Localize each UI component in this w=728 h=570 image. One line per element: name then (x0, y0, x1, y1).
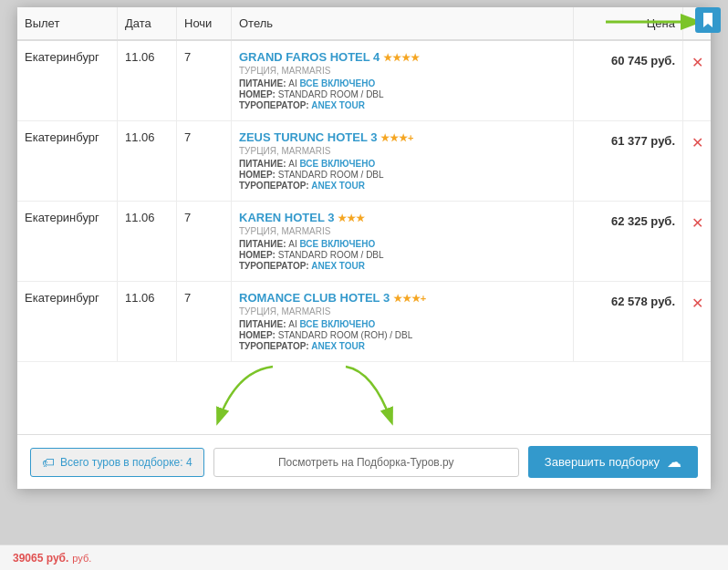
cloud-icon: ☁ (667, 453, 681, 471)
hotel-номер-1: НОМЕР: STANDARD ROOM / DBL (239, 170, 566, 180)
hotel-туроператор-3: ТУРОПЕРАТОР: ANEX TOUR (239, 341, 566, 351)
view-on-site-button[interactable]: Посмотреть на Подборка-Туров.ру (213, 448, 519, 477)
cell-otel-1: ZEUS TURUNC HOTEL 3 ★★★+ ТУРЦИЯ, MARMARI… (232, 121, 574, 201)
cell-vilet-1: Екатеринбург (17, 121, 118, 201)
cell-nochi-3: 7 (177, 282, 232, 361)
hotel-номер-2: НОМЕР: STANDARD ROOM / DBL (239, 250, 566, 260)
total-tours-button[interactable]: 🏷 Всего туров в подборке: 4 (30, 448, 204, 477)
hotel-номер-0: НОМЕР: STANDARD ROOM / DBL (239, 89, 566, 99)
table-row: Екатеринбург 11.06 7 ZEUS TURUNC HOTEL 3… (17, 121, 711, 202)
col-header-nochi: Ночи (177, 7, 232, 39)
total-tours-label: Всего туров в подборке: 4 (60, 456, 192, 469)
cell-delete-2[interactable]: ✕ (683, 202, 711, 281)
cell-vilet-3: Екатеринбург (17, 282, 118, 361)
cell-data-2: 11.06 (118, 202, 177, 281)
col-header-cena: Цена (574, 7, 683, 39)
hotel-name-3[interactable]: ROMANCE CLUB HOTEL 3 ★★★+ (239, 291, 566, 305)
cell-data-1: 11.06 (118, 121, 177, 201)
delete-button-1[interactable]: ✕ (692, 134, 703, 151)
cell-nochi-1: 7 (177, 121, 232, 201)
hotel-питание-1: ПИТАНИЕ: AI ВСЕ ВКЛЮЧЕНО (239, 159, 566, 169)
arrow-section (17, 361, 711, 434)
delete-button-3[interactable]: ✕ (692, 295, 703, 312)
hotel-питание-0: ПИТАНИЕ: AI ВСЕ ВКЛЮЧЕНО (239, 78, 566, 88)
col-header-data: Дата (118, 7, 177, 39)
hotel-location-2: ТУРЦИЯ, MARMARIS (239, 226, 566, 236)
cell-cena-2: 62 325 руб. (574, 202, 683, 281)
finish-label: Завершить подборку (545, 455, 660, 469)
cell-nochi-0: 7 (177, 41, 232, 120)
hotel-name-1[interactable]: ZEUS TURUNC HOTEL 3 ★★★+ (239, 130, 566, 144)
hotel-туроператор-1: ТУРОПЕРАТОР: ANEX TOUR (239, 181, 566, 191)
cell-otel-2: KAREN HOTEL 3 ★★★ ТУРЦИЯ, MARMARIS ПИТАН… (232, 202, 574, 281)
cell-vilet-2: Екатеринбург (17, 202, 118, 281)
finish-selection-button[interactable]: Завершить подборку ☁ (528, 446, 698, 478)
comparison-modal: Вылет Дата Ночи Отель Цена Екатеринбург … (17, 7, 711, 489)
table-row: Екатеринбург 11.06 7 ROMANCE CLUB HOTEL … (17, 282, 711, 361)
col-header-vilet: Вылет (17, 7, 118, 39)
hotel-location-0: ТУРЦИЯ, MARMARIS (239, 66, 566, 76)
bg-price: 39065 руб. (13, 552, 68, 565)
table-header: Вылет Дата Ночи Отель Цена (17, 7, 711, 41)
tag-icon: 🏷 (42, 455, 55, 470)
delete-button-2[interactable]: ✕ (692, 214, 703, 232)
cell-delete-0[interactable]: ✕ (683, 41, 711, 120)
cell-nochi-2: 7 (177, 202, 232, 281)
hotel-stars-1: ★★★+ (380, 132, 413, 143)
hotel-name-2[interactable]: KAREN HOTEL 3 ★★★ (239, 211, 566, 224)
hotel-location-1: ТУРЦИЯ, MARMARIS (239, 146, 566, 156)
hotel-питание-3: ПИТАНИЕ: AI ВСЕ ВКЛЮЧЕНО (239, 319, 566, 329)
cell-data-3: 11.06 (118, 282, 177, 361)
cell-delete-1[interactable]: ✕ (683, 121, 711, 201)
table-row: Екатеринбург 11.06 7 KAREN HOTEL 3 ★★★ Т… (17, 202, 711, 282)
hotel-туроператор-2: ТУРОПЕРАТОР: ANEX TOUR (239, 261, 566, 271)
hotel-stars-3: ★★★+ (393, 293, 426, 304)
modal-footer: 🏷 Всего туров в подборке: 4 Посмотреть н… (17, 434, 711, 489)
cell-data-0: 11.06 (118, 41, 177, 120)
col-header-otel: Отель (232, 7, 574, 39)
table-body: Екатеринбург 11.06 7 GRAND FAROS HOTEL 4… (17, 41, 711, 361)
cell-vilet-0: Екатеринбург (17, 41, 118, 120)
modal-overlay: Вылет Дата Ночи Отель Цена Екатеринбург … (0, 0, 728, 570)
cell-cena-1: 61 377 руб. (574, 121, 683, 201)
hotel-stars-2: ★★★ (338, 212, 365, 223)
hotel-name-0[interactable]: GRAND FAROS HOTEL 4 ★★★★ (239, 50, 566, 64)
table-row: Екатеринбург 11.06 7 GRAND FAROS HOTEL 4… (17, 41, 711, 121)
cell-otel-3: ROMANCE CLUB HOTEL 3 ★★★+ ТУРЦИЯ, MARMAR… (232, 282, 574, 361)
cell-cena-3: 62 578 руб. (574, 282, 683, 361)
hotel-туроператор-0: ТУРОПЕРАТОР: ANEX TOUR (239, 100, 566, 110)
bg-hint: 39065 руб. руб. (0, 544, 728, 570)
bookmark-icon[interactable] (695, 7, 721, 33)
delete-button-0[interactable]: ✕ (692, 54, 703, 71)
cell-delete-3[interactable]: ✕ (683, 282, 711, 361)
hotel-location-3: ТУРЦИЯ, MARMARIS (239, 306, 566, 316)
hotel-stars-0: ★★★★ (383, 52, 420, 63)
hotel-номер-3: НОМЕР: STANDARD ROOM (ROH) / DBL (239, 330, 566, 340)
cell-otel-0: GRAND FAROS HOTEL 4 ★★★★ ТУРЦИЯ, MARMARI… (232, 41, 574, 120)
cell-cena-0: 60 745 руб. (574, 41, 683, 120)
hotel-питание-2: ПИТАНИЕ: AI ВСЕ ВКЛЮЧЕНО (239, 239, 566, 249)
